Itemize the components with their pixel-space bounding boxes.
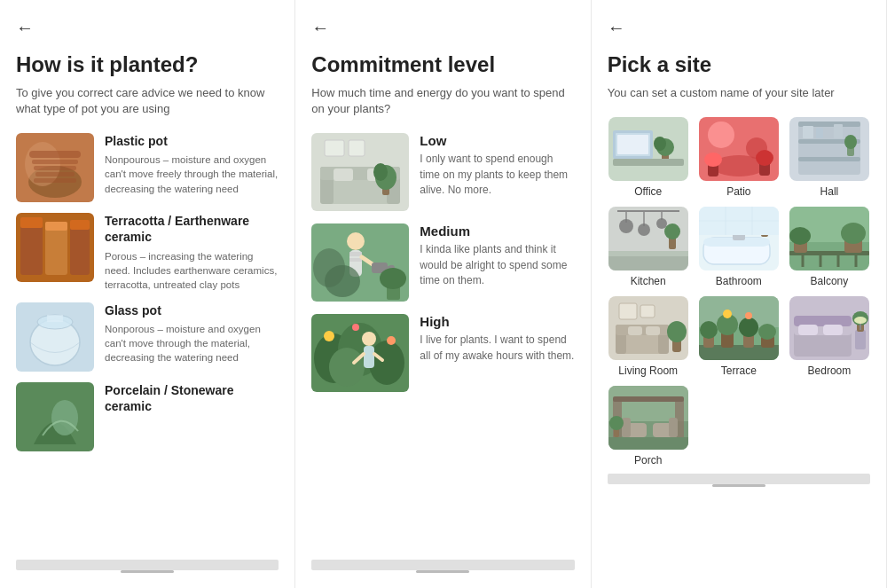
site-image-hall — [789, 117, 869, 181]
pot-desc-glass: Nonporous – moisture and oxygen can't mo… — [105, 322, 279, 365]
pot-info-plastic: Plastic pot Nonpourous – moisture and ox… — [105, 133, 279, 195]
svg-rect-5 — [34, 166, 76, 170]
site-image-livingroom — [608, 296, 688, 360]
svg-point-58 — [352, 324, 359, 331]
svg-point-65 — [654, 137, 666, 151]
svg-point-142 — [745, 312, 752, 319]
panel-commitment: ← Commitment level How much time and ene… — [295, 0, 591, 588]
svg-point-116 — [789, 227, 811, 245]
panel1-title: How is it planted? — [16, 52, 279, 78]
scroll-thumb-1 — [121, 570, 174, 573]
back-button-panel1[interactable]: ← — [16, 18, 279, 38]
pot-name-porcelain: Porcelain / Stoneware ceramic — [105, 382, 279, 414]
svg-point-68 — [708, 122, 734, 148]
back-button-panel3[interactable]: ← — [608, 18, 870, 38]
svg-rect-66 — [613, 159, 684, 166]
site-image-balcony — [789, 207, 869, 270]
site-label-bedroom: Bedroom — [808, 365, 852, 377]
svg-point-153 — [854, 317, 867, 324]
svg-point-138 — [739, 318, 758, 337]
commitment-list: Low I only want to spend enough time on … — [311, 133, 574, 392]
site-item-livingroom[interactable]: Living Room — [608, 296, 689, 377]
scroll-indicator-3 — [608, 474, 870, 484]
svg-rect-29 — [349, 140, 365, 156]
commitment-info-medium: Medium I kinda like plants and think it … — [420, 223, 574, 288]
svg-rect-82 — [834, 124, 843, 138]
svg-rect-126 — [619, 303, 637, 319]
site-item-porch[interactable]: Porch — [608, 386, 689, 466]
site-image-porch — [608, 386, 688, 450]
commitment-item-medium[interactable]: Medium I kinda like plants and think it … — [311, 223, 574, 302]
pot-item-glass[interactable]: Glass pot Nonporous – moisture and oxyge… — [16, 302, 279, 372]
svg-rect-7 — [34, 178, 76, 183]
svg-rect-3 — [29, 151, 81, 158]
pot-item-porcelain[interactable]: Porcelain / Stoneware ceramic — [16, 382, 279, 451]
site-label-porch: Porch — [634, 454, 662, 466]
commitment-info-low: Low I only want to spend enough time on … — [420, 133, 574, 198]
svg-rect-163 — [669, 418, 678, 437]
pot-info-terracotta: Terracotta / Earthenware ceramic Porous … — [105, 213, 279, 292]
svg-rect-149 — [855, 330, 866, 349]
svg-rect-36 — [349, 252, 362, 256]
back-button-panel2[interactable]: ← — [311, 18, 574, 38]
pot-name-terracotta: Terracotta / Earthenware ceramic — [105, 213, 279, 245]
site-item-patio[interactable]: Patio — [698, 117, 780, 198]
scroll-thumb-2 — [416, 570, 469, 573]
site-label-bathroom: Bathroom — [716, 275, 762, 287]
site-item-hall[interactable]: Hall — [789, 117, 870, 198]
svg-rect-125 — [646, 326, 660, 335]
svg-rect-62 — [617, 135, 648, 154]
svg-point-20 — [51, 400, 78, 435]
svg-point-56 — [324, 331, 334, 341]
svg-rect-37 — [349, 258, 362, 262]
commitment-desc-medium: I kinda like plants and think it would b… — [420, 242, 574, 288]
svg-rect-158 — [613, 396, 684, 402]
commitment-item-low[interactable]: Low I only want to spend enough time on … — [311, 133, 574, 211]
site-label-patio: Patio — [726, 185, 750, 198]
svg-rect-94 — [608, 251, 688, 256]
commitment-image-high — [311, 314, 409, 392]
scroll-indicator-2 — [311, 560, 574, 570]
pot-item-plastic[interactable]: Plastic pot Nonpourous – moisture and ox… — [16, 133, 279, 202]
site-item-terrace[interactable]: Terrace — [698, 296, 780, 377]
svg-rect-147 — [798, 325, 818, 335]
svg-point-32 — [373, 163, 388, 181]
commitment-level-high: High — [420, 314, 574, 329]
svg-rect-13 — [45, 222, 67, 231]
site-item-kitchen[interactable]: Kitchen — [608, 207, 689, 287]
site-item-bathroom[interactable]: Bathroom — [698, 207, 780, 287]
svg-rect-81 — [816, 128, 823, 138]
svg-point-74 — [756, 150, 773, 166]
site-item-office[interactable]: Office — [608, 117, 689, 198]
svg-rect-127 — [640, 305, 655, 318]
svg-rect-18 — [47, 315, 63, 322]
commitment-desc-high: I live for plants. I want to spend all o… — [420, 333, 574, 364]
svg-rect-28 — [325, 140, 344, 156]
site-image-kitchen — [608, 207, 688, 270]
svg-point-140 — [758, 324, 776, 340]
scroll-indicator-1 — [16, 560, 279, 570]
svg-point-96 — [664, 223, 680, 239]
pot-name-plastic: Plastic pot — [105, 133, 279, 149]
svg-point-72 — [704, 153, 722, 167]
site-label-livingroom: Living Room — [618, 365, 678, 377]
pot-desc-plastic: Nonpourous – moisture and oxygen can't m… — [105, 153, 279, 195]
svg-point-84 — [844, 135, 857, 149]
site-image-terrace — [699, 296, 779, 360]
pot-item-terracotta[interactable]: Terracotta / Earthenware ceramic Porous … — [16, 213, 279, 292]
site-item-balcony[interactable]: Balcony — [789, 207, 870, 287]
pot-image-terracotta — [16, 213, 94, 282]
svg-point-90 — [638, 223, 650, 236]
svg-point-134 — [700, 321, 718, 339]
svg-rect-6 — [35, 172, 75, 176]
commitment-image-medium — [311, 223, 409, 302]
site-item-bedroom[interactable]: Bedroom — [789, 296, 870, 377]
svg-rect-12 — [20, 217, 43, 228]
svg-rect-159 — [608, 437, 688, 450]
svg-point-118 — [841, 223, 866, 244]
svg-point-92 — [656, 218, 667, 229]
svg-point-44 — [380, 268, 406, 289]
commitment-image-low — [311, 133, 409, 211]
commitment-item-high[interactable]: High I live for plants. I want to spend … — [311, 314, 574, 392]
site-label-kitchen: Kitchen — [631, 275, 666, 287]
